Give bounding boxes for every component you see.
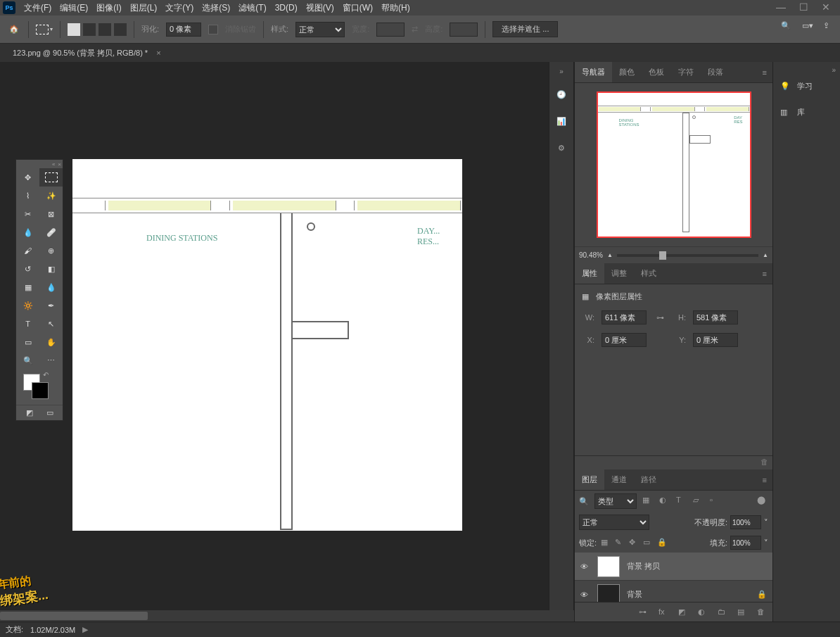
magic-wand-tool[interactable]: ✨	[39, 187, 63, 205]
document-tab[interactable]: 123.png @ 90.5% (背景 拷贝, RGB/8) * ×	[6, 45, 168, 61]
trash-icon[interactable]: 🗑	[761, 458, 768, 468]
tab-properties[interactable]: 属性	[575, 263, 604, 284]
gradient-tool[interactable]: ▦	[16, 278, 39, 296]
path-select-tool[interactable]: ↖	[39, 315, 63, 333]
menu-help[interactable]: 帮助(H)	[381, 2, 410, 14]
prop-h-input[interactable]	[693, 310, 738, 324]
canvas[interactable]: DINING STATIONS DAY... RES...	[72, 159, 462, 531]
navigator-thumbnail[interactable]: DININGSTATIONSDAYRES	[597, 92, 751, 238]
layer-row[interactable]: 👁 背景 拷贝	[575, 553, 772, 581]
shape-tool[interactable]: ▭	[16, 333, 39, 351]
lock-position-icon[interactable]: ✥	[629, 538, 639, 548]
panel-menu-icon[interactable]: ≡	[757, 476, 772, 484]
add-selection-icon[interactable]	[83, 23, 96, 36]
layer-fx-icon[interactable]: fx	[658, 607, 668, 617]
new-selection-icon[interactable]	[68, 23, 80, 36]
zoom-in-icon[interactable]: ▲	[763, 252, 768, 258]
visibility-icon[interactable]: 👁	[580, 562, 590, 571]
intersect-selection-icon[interactable]	[114, 23, 127, 36]
swap-colors-icon[interactable]: ↶	[43, 371, 49, 379]
layer-thumbnail[interactable]	[597, 556, 620, 577]
learn-panel[interactable]: 💡学习	[773, 75, 840, 97]
adjustment-layer-icon[interactable]: ◐	[698, 607, 708, 617]
lasso-tool[interactable]: ⌇	[16, 187, 39, 205]
layer-thumbnail[interactable]	[597, 584, 620, 603]
subtract-selection-icon[interactable]	[98, 23, 111, 36]
blur-tool[interactable]: 💧	[39, 278, 63, 296]
pen-tool[interactable]: ✒	[39, 296, 63, 315]
expand-icon[interactable]: »	[559, 68, 564, 75]
visibility-icon[interactable]: 👁	[580, 591, 590, 599]
move-tool[interactable]: ✥	[16, 168, 39, 187]
healing-tool[interactable]: 🩹	[39, 223, 63, 241]
tool-preset[interactable]: ▾	[36, 25, 53, 34]
lock-artboard-icon[interactable]: ▭	[643, 538, 653, 548]
canvas-area[interactable]: DINING STATIONS DAY... RES...	[0, 62, 549, 622]
prop-y-input[interactable]	[693, 333, 738, 347]
clone-tool[interactable]: ⊕	[39, 241, 63, 260]
hand-tool[interactable]: ✋	[39, 333, 63, 351]
group-icon[interactable]: 🗀	[718, 607, 727, 617]
menu-type[interactable]: 文字(Y)	[165, 2, 193, 14]
filter-type-icon[interactable]: T	[676, 496, 687, 507]
panel-menu-icon[interactable]: ≡	[757, 270, 772, 278]
delete-layer-icon[interactable]: 🗑	[757, 607, 767, 617]
lock-all-icon[interactable]: 🔒	[657, 538, 667, 548]
fill-input[interactable]	[730, 536, 761, 550]
filter-pixel-icon[interactable]: ▦	[642, 496, 654, 507]
tab-styles[interactable]: 样式	[634, 263, 663, 284]
adjustments-icon[interactable]: ⚙	[554, 140, 569, 156]
link-layers-icon[interactable]: ⊶	[639, 607, 649, 617]
new-layer-icon[interactable]: ▤	[737, 607, 747, 617]
menu-image[interactable]: 图像(I)	[96, 2, 121, 14]
fill-chevron-icon[interactable]: ˅	[764, 538, 768, 548]
prop-x-input[interactable]	[602, 333, 647, 347]
tab-channels[interactable]: 通道	[604, 469, 634, 490]
share-icon[interactable]: ⇪	[823, 21, 834, 32]
eraser-tool[interactable]: ◧	[39, 260, 63, 278]
tab-swatches[interactable]: 色板	[642, 62, 671, 82]
blend-mode-select[interactable]: 正常	[579, 515, 649, 530]
filter-adjust-icon[interactable]: ◐	[659, 496, 670, 507]
frame-tool[interactable]: ⊠	[39, 205, 63, 223]
tab-paragraph[interactable]: 段落	[701, 62, 730, 82]
select-and-mask-button[interactable]: 选择并遮住 ...	[492, 21, 558, 37]
tab-color[interactable]: 颜色	[612, 62, 642, 82]
dodge-tool[interactable]: 🔆	[16, 296, 39, 315]
zoom-tool[interactable]: 🔍	[16, 351, 39, 370]
filter-smart-icon[interactable]: ▫	[710, 496, 721, 507]
layer-row[interactable]: 👁 背景 🔒	[575, 581, 772, 602]
close-panel-icon[interactable]: ×	[58, 161, 61, 167]
zoom-out-icon[interactable]: ▲	[607, 252, 613, 258]
tab-layers[interactable]: 图层	[575, 469, 604, 490]
lock-pixels-icon[interactable]: ✎	[615, 538, 625, 548]
style-select[interactable]: 正常	[295, 22, 345, 37]
tab-adjustments[interactable]: 调整	[604, 263, 634, 284]
layer-name[interactable]: 背景 拷贝	[627, 561, 660, 572]
history-brush-tool[interactable]: ↺	[16, 260, 39, 278]
close-icon[interactable]: ✕	[822, 3, 830, 11]
crop-tool[interactable]: ✂	[16, 205, 39, 223]
tab-close-icon[interactable]: ×	[156, 49, 160, 57]
minimize-icon[interactable]: —	[777, 3, 785, 11]
filter-shape-icon[interactable]: ▱	[693, 496, 704, 507]
maximize-icon[interactable]: ☐	[799, 3, 808, 11]
feather-input[interactable]	[166, 23, 201, 37]
menu-select[interactable]: 选择(S)	[202, 2, 230, 14]
menu-view[interactable]: 视图(V)	[306, 2, 334, 14]
layer-mask-icon[interactable]: ◩	[678, 607, 688, 617]
menu-window[interactable]: 窗口(W)	[343, 2, 373, 14]
workspace-icon[interactable]: ▭▾	[802, 21, 813, 32]
quickmask-icon[interactable]: ◩	[26, 408, 33, 417]
more-tools-icon[interactable]: ⋯	[39, 351, 63, 370]
layer-filter-select[interactable]: 类型	[594, 493, 637, 509]
search-icon[interactable]: 🔍	[781, 21, 792, 32]
link-wh-icon[interactable]: ⊶	[654, 313, 666, 322]
horizontal-scrollbar[interactable]	[0, 610, 574, 622]
lock-icon[interactable]: 🔒	[757, 590, 767, 599]
history-icon[interactable]: 🕘	[554, 87, 569, 102]
lock-transparent-icon[interactable]: ▦	[601, 538, 611, 548]
type-tool[interactable]: T	[16, 315, 39, 333]
home-icon[interactable]: 🏠	[7, 23, 21, 37]
brush-tool[interactable]: 🖌	[16, 241, 39, 260]
